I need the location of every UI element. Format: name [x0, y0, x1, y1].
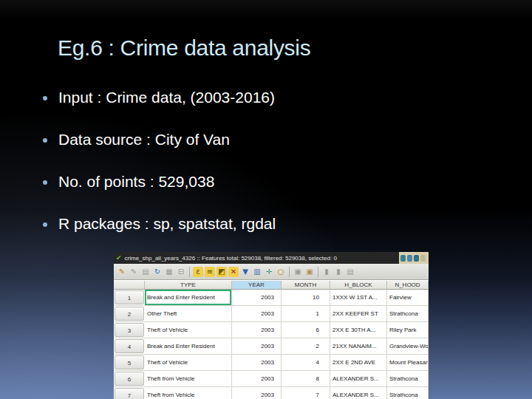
row-number-cell: 4: [114, 338, 145, 354]
row-number-button[interactable]: 4: [115, 339, 144, 353]
row-number-button[interactable]: 5: [115, 355, 144, 369]
cell-n-hood[interactable]: Riley Park: [387, 322, 429, 338]
cell-year[interactable]: 2003: [232, 387, 282, 399]
table-row: 1Break and Enter Resident2003101XXX W 1S…: [114, 290, 429, 306]
cell-year[interactable]: 2003: [232, 322, 282, 338]
bullet-dot-icon: [43, 222, 47, 227]
cell-n-hood[interactable]: Strathcona: [387, 371, 429, 386]
row-number-button[interactable]: 7: [115, 388, 144, 399]
cell-n-hood[interactable]: Mount Pleasant: [387, 355, 429, 370]
attribute-table-toolbar: ✎✎▤↻▦⊟ε≡◩✕▼▥✛○▣▣▮▮▤: [114, 264, 429, 280]
window-title: crime_shp_all_years_4326 :: Features tot…: [125, 255, 337, 262]
table-body: 1Break and Enter Resident2003101XXX W 1S…: [114, 290, 429, 399]
table-header-row: TYPEYEARMONTHH_BLOCKN_HOOD: [114, 281, 429, 290]
bullet-text: R packages : sp, spatstat, rgdal: [58, 215, 276, 232]
cell-h-block[interactable]: 2XX E 2ND AVE: [330, 355, 387, 370]
delete-feature-icon[interactable]: ⊟: [176, 267, 186, 277]
row-number-cell: 5: [114, 355, 145, 370]
cell-month[interactable]: 7: [282, 387, 330, 399]
cell-month[interactable]: 8: [282, 371, 330, 386]
cell-n-hood[interactable]: Strathcona: [387, 387, 429, 399]
cell-h-block[interactable]: 2XX E 30TH A...: [330, 322, 387, 338]
cell-n-hood[interactable]: Grandview-Wo...: [387, 338, 429, 354]
bullet-item: R packages : sp, spatstat, rgdal: [41, 215, 510, 257]
new-feature-icon[interactable]: ▦: [164, 267, 174, 277]
map-feature-blob: [420, 255, 426, 262]
move-selection-top-icon[interactable]: ▥: [252, 267, 262, 277]
invert-selection-icon[interactable]: ◩: [216, 267, 227, 277]
deselect-all-icon[interactable]: ✕: [228, 267, 239, 277]
bullet-dot-icon: [43, 138, 47, 143]
bullet-item: Input : Crime data, (2003-2016): [41, 89, 510, 131]
map-feature-blob: [414, 255, 419, 262]
row-number-button[interactable]: 6: [115, 372, 144, 386]
row-number-cell: 6: [114, 371, 145, 386]
cell-type[interactable]: Theft from Vehicle: [145, 387, 232, 399]
new-column-icon[interactable]: ▮: [321, 267, 332, 277]
slide-title: Eg.6 : Crime data analysis: [58, 35, 310, 61]
zoom-to-selected-icon[interactable]: ○: [276, 267, 286, 277]
window-icon: ✔: [116, 254, 122, 262]
table-row: 6Theft from Vehicle20038ALEXANDER S...St…: [114, 371, 429, 387]
table-row: 2Other Theft200312XX KEEFER STStrathcona: [114, 306, 429, 322]
cell-type[interactable]: Theft from Vehicle: [145, 371, 232, 386]
cell-type[interactable]: Theft of Vehicle: [145, 355, 232, 370]
cell-h-block[interactable]: 2XX KEEFER ST: [330, 306, 387, 321]
table-row: 3Theft of Vehicle200362XX E 30TH A...Ril…: [114, 322, 429, 338]
toolbar-separator: [189, 267, 190, 277]
bullet-text: Input : Crime data, (2003-2016): [58, 89, 275, 106]
cell-type[interactable]: Other Theft: [145, 306, 232, 321]
attribute-table-grid: TYPEYEARMONTHH_BLOCKN_HOOD 1Break and En…: [114, 281, 429, 399]
cell-n-hood[interactable]: Strathcona: [387, 306, 429, 321]
bullet-text: No. of points : 529,038: [58, 173, 214, 190]
cell-h-block[interactable]: ALEXANDER S...: [330, 371, 387, 386]
save-edits-icon[interactable]: ▤: [140, 267, 151, 277]
row-number-button[interactable]: 3: [115, 323, 144, 337]
cell-month[interactable]: 2: [282, 338, 330, 354]
paste-icon[interactable]: ▣: [304, 267, 315, 277]
cell-month[interactable]: 10: [282, 290, 330, 305]
cell-type[interactable]: Theft of Vehicle: [145, 322, 232, 338]
table-row: 7Theft from Vehicle20037ALEXANDER S...St…: [114, 387, 429, 399]
row-number-cell: 7: [114, 387, 145, 399]
bullet-list: Input : Crime data, (2003-2016)Data sour…: [41, 89, 510, 257]
cell-type[interactable]: Break and Enter Resident: [145, 338, 232, 354]
filter-icon[interactable]: ▼: [240, 267, 250, 277]
delete-column-icon[interactable]: ▮: [333, 267, 344, 277]
cell-n-hood[interactable]: Fairview: [387, 290, 429, 305]
cell-h-block[interactable]: 1XXX W 1ST A...: [330, 290, 387, 305]
cell-type[interactable]: Break and Enter Resident: [145, 290, 232, 305]
row-number-cell: 1: [114, 290, 145, 305]
row-number-cell: 2: [114, 306, 145, 321]
cell-year[interactable]: 2003: [232, 290, 282, 305]
cell-year[interactable]: 2003: [232, 338, 282, 354]
cell-year[interactable]: 2003: [232, 306, 282, 321]
cell-month[interactable]: 4: [282, 355, 330, 370]
cell-h-block[interactable]: ALEXANDER S...: [330, 387, 387, 399]
row-number-button[interactable]: 1: [115, 290, 144, 304]
expression-select-icon[interactable]: ε: [193, 267, 203, 277]
toggle-edit-icon[interactable]: ✎: [117, 267, 127, 277]
cell-h-block[interactable]: 21XX NANAIM...: [330, 338, 387, 354]
cell-month[interactable]: 6: [282, 322, 330, 338]
map-feature-blob: [400, 255, 406, 262]
cell-month[interactable]: 1: [282, 306, 330, 321]
map-canvas-sliver: [399, 252, 429, 264]
reload-icon[interactable]: ↻: [152, 267, 163, 277]
select-all-icon[interactable]: ≡: [205, 267, 215, 277]
copy-icon[interactable]: ▣: [293, 267, 303, 277]
column-header-type[interactable]: TYPE: [145, 281, 232, 290]
conditional-format-icon[interactable]: ▤: [345, 267, 355, 277]
column-header-year[interactable]: YEAR: [232, 281, 282, 290]
cell-year[interactable]: 2003: [232, 355, 282, 370]
multiedit-icon[interactable]: ✎: [129, 267, 139, 277]
pan-to-selected-icon[interactable]: ✛: [264, 267, 274, 277]
column-header-n_hood[interactable]: N_HOOD: [387, 281, 429, 290]
column-header-h_block[interactable]: H_BLOCK: [330, 281, 387, 290]
bullet-text: Data source : City of Van: [58, 131, 230, 148]
cell-year[interactable]: 2003: [232, 371, 282, 386]
row-number-button[interactable]: 2: [115, 307, 144, 321]
header-corner-cell[interactable]: [114, 281, 145, 290]
column-header-month[interactable]: MONTH: [282, 281, 330, 290]
row-number-cell: 3: [114, 322, 145, 338]
